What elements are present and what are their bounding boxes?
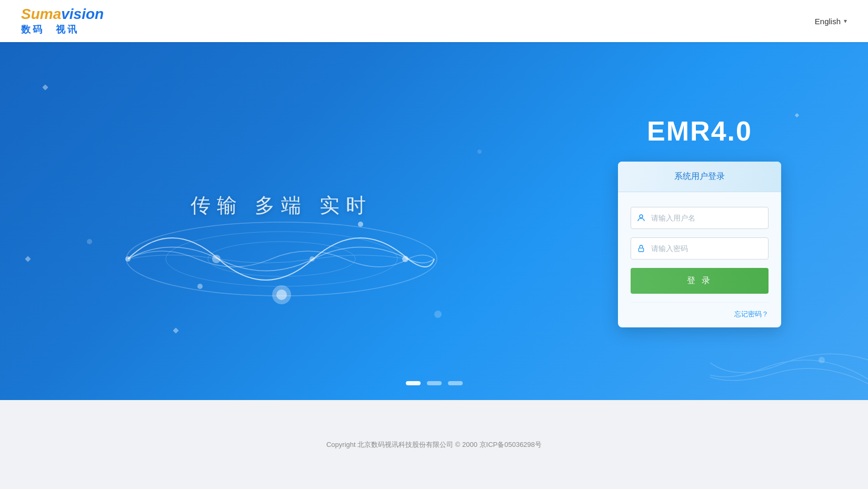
- wave-svg: [118, 154, 445, 322]
- svg-point-11: [640, 215, 643, 218]
- carousel-dots: [406, 381, 463, 385]
- logo-cn-space: [44, 24, 56, 35]
- login-card: 系统用户登录: [618, 162, 781, 327]
- password-input-group: [631, 237, 769, 260]
- logo-suma: Suma: [21, 6, 61, 22]
- wave-deco-svg: [710, 316, 868, 400]
- hero-left: 传输 多端 实时: [0, 42, 563, 400]
- username-input-group: [631, 207, 769, 229]
- svg-point-3: [125, 256, 131, 262]
- svg-point-7: [358, 222, 363, 227]
- forgot-password-area: 忘记密码？: [631, 302, 769, 319]
- login-button[interactable]: 登 录: [631, 268, 769, 294]
- logo-sumavision: Sumavision: [21, 6, 104, 23]
- hero-right: EMR4.0 系统用户登录: [563, 115, 868, 327]
- carousel-dot-1[interactable]: [406, 381, 421, 385]
- lock-icon: [631, 244, 651, 253]
- logo-cn1: 数码: [21, 24, 44, 35]
- chevron-down-icon: ▾: [844, 17, 847, 25]
- password-input[interactable]: [651, 238, 768, 259]
- svg-point-8: [197, 284, 203, 289]
- svg-point-2: [208, 242, 355, 276]
- logo-cn2: 视讯: [56, 24, 79, 35]
- login-card-header: 系统用户登录: [618, 162, 781, 192]
- user-icon: [631, 213, 651, 223]
- svg-point-0: [126, 222, 437, 296]
- footer: Copyright 北京数码视讯科技股份有限公司 © 2000 京ICP备050…: [0, 400, 868, 489]
- svg-point-5: [310, 256, 315, 262]
- header: Sumavision 数码 视讯 English ▾: [0, 0, 868, 42]
- login-card-body: 登 录 忘记密码？: [618, 192, 781, 327]
- carousel-dot-2[interactable]: [427, 381, 442, 385]
- forgot-password-link[interactable]: 忘记密码？: [734, 310, 769, 318]
- logo: Sumavision 数码 视讯: [21, 6, 104, 36]
- language-selector[interactable]: English ▾: [815, 17, 847, 26]
- footer-copyright: Copyright 北京数码视讯科技股份有限公司 © 2000 京ICP备050…: [326, 440, 542, 450]
- wave-graphic: [118, 154, 445, 322]
- svg-point-10: [276, 290, 287, 300]
- login-title: 系统用户登录: [674, 172, 725, 181]
- username-input[interactable]: [651, 207, 768, 228]
- deco-9: [819, 357, 825, 363]
- logo-vision: vision: [61, 6, 104, 22]
- language-label: English: [815, 17, 841, 26]
- carousel-dot-3[interactable]: [448, 381, 463, 385]
- svg-rect-12: [638, 248, 643, 252]
- product-title: EMR4.0: [647, 115, 752, 147]
- svg-point-4: [212, 255, 221, 263]
- logo-chinese: 数码 视讯: [21, 23, 79, 36]
- hero-section: 传输 多端 实时: [0, 42, 868, 400]
- svg-point-6: [402, 256, 408, 262]
